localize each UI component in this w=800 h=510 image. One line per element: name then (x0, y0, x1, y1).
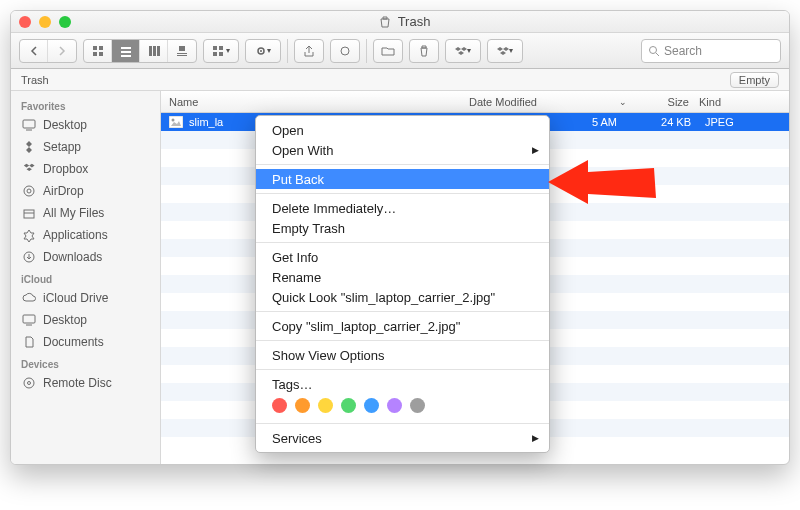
chevron-down-icon: ⌄ (619, 97, 627, 107)
menu-get-info[interactable]: Get Info (256, 247, 549, 267)
svg-rect-29 (23, 315, 35, 323)
disc-icon (21, 375, 37, 391)
context-menu: Open Open With Put Back Delete Immediate… (255, 115, 550, 453)
icon-view-button[interactable] (84, 40, 112, 62)
svg-rect-12 (177, 55, 187, 56)
col-date[interactable]: Date Modified⌄ (469, 96, 637, 108)
delete-button[interactable] (410, 40, 438, 62)
sidebar-group-head: iCloud (11, 268, 160, 287)
sidebar-item-label: Downloads (43, 250, 102, 264)
zoom-icon[interactable] (59, 16, 71, 28)
tag-color[interactable] (410, 398, 425, 413)
tag-color[interactable] (341, 398, 356, 413)
menu-empty-trash[interactable]: Empty Trash (256, 218, 549, 238)
sidebar-item[interactable]: Desktop (11, 114, 160, 136)
sidebar-item[interactable]: AirDrop (11, 180, 160, 202)
sidebar-item-label: All My Files (43, 206, 104, 220)
sidebar-item[interactable]: Downloads (11, 246, 160, 268)
svg-rect-2 (93, 52, 97, 56)
new-folder-button[interactable] (374, 40, 402, 62)
traffic-lights[interactable] (19, 16, 71, 28)
tag-color[interactable] (387, 398, 402, 413)
dropbox-button[interactable]: ▾ (446, 40, 480, 62)
dropbox-share-button[interactable]: ▾ (488, 40, 522, 62)
monitor-icon (21, 117, 37, 133)
sidebar-item-label: Dropbox (43, 162, 88, 176)
sidebar-item[interactable]: Dropbox (11, 158, 160, 180)
tag-color[interactable] (272, 398, 287, 413)
close-icon[interactable] (19, 16, 31, 28)
tag-colors-row (256, 394, 549, 419)
col-name[interactable]: Name (169, 96, 469, 108)
col-kind[interactable]: Kind (699, 96, 749, 108)
gear-icon (255, 45, 267, 57)
path-bar: Trash Empty (11, 69, 789, 91)
svg-point-20 (650, 46, 657, 53)
svg-rect-14 (213, 52, 217, 56)
setapp-icon (21, 139, 37, 155)
menu-put-back[interactable]: Put Back (256, 169, 549, 189)
arrange-button[interactable]: ▾ (204, 40, 238, 62)
titlebar: Trash (11, 11, 789, 33)
tag-button[interactable] (331, 40, 359, 62)
tag-color[interactable] (318, 398, 333, 413)
column-view-button[interactable] (140, 40, 168, 62)
menu-services[interactable]: Services (256, 428, 549, 448)
svg-rect-8 (153, 46, 156, 56)
sidebar-group-head: Devices (11, 353, 160, 372)
empty-button[interactable]: Empty (730, 72, 779, 88)
svg-rect-3 (99, 52, 103, 56)
menu-tags[interactable]: Tags… (256, 374, 549, 394)
menu-open[interactable]: Open (256, 120, 549, 140)
menu-show-view-options[interactable]: Show View Options (256, 345, 549, 365)
svg-rect-15 (219, 46, 223, 50)
svg-rect-7 (149, 46, 152, 56)
svg-rect-26 (24, 210, 34, 218)
sidebar-item[interactable]: Documents (11, 331, 160, 353)
svg-rect-10 (179, 46, 185, 51)
svg-rect-6 (121, 55, 131, 57)
tag-color[interactable] (295, 398, 310, 413)
dropbox-icon (21, 161, 37, 177)
svg-point-18 (260, 50, 262, 52)
sidebar-item-label: Remote Disc (43, 376, 112, 390)
list-view-button[interactable] (112, 40, 140, 62)
sidebar-item[interactable]: Applications (11, 224, 160, 246)
svg-rect-16 (219, 52, 223, 56)
menu-rename[interactable]: Rename (256, 267, 549, 287)
col-size[interactable]: Size (637, 96, 699, 108)
nav-buttons[interactable] (19, 39, 77, 63)
downloads-icon (21, 249, 37, 265)
sidebar-item-label: AirDrop (43, 184, 84, 198)
svg-line-21 (656, 53, 659, 56)
action-button[interactable]: ▾ (246, 40, 280, 62)
back-button[interactable] (20, 40, 48, 62)
view-buttons[interactable] (83, 39, 197, 63)
minimize-icon[interactable] (39, 16, 51, 28)
sidebar-item-label: Documents (43, 335, 104, 349)
tag-color[interactable] (364, 398, 379, 413)
sidebar-item-label: Setapp (43, 140, 81, 154)
sidebar-item[interactable]: All My Files (11, 202, 160, 224)
svg-rect-11 (177, 53, 187, 54)
menu-open-with[interactable]: Open With (256, 140, 549, 160)
sidebar-item[interactable]: Setapp (11, 136, 160, 158)
menu-quick-look[interactable]: Quick Look "slim_laptop_carrier_2.jpg" (256, 287, 549, 307)
sidebar-item[interactable]: Remote Disc (11, 372, 160, 394)
search-input[interactable]: Search (641, 39, 781, 63)
search-icon (648, 45, 660, 57)
svg-rect-5 (121, 51, 131, 53)
menu-copy[interactable]: Copy "slim_laptop_carrier_2.jpg" (256, 316, 549, 336)
coverflow-view-button[interactable] (168, 40, 196, 62)
sidebar-item[interactable]: Desktop (11, 309, 160, 331)
menu-delete-immediately[interactable]: Delete Immediately… (256, 198, 549, 218)
svg-rect-33 (169, 116, 183, 128)
image-file-icon (169, 116, 183, 128)
share-button[interactable] (295, 40, 323, 62)
column-headers[interactable]: Name Date Modified⌄ Size Kind (161, 91, 789, 113)
svg-point-24 (24, 186, 34, 196)
forward-button[interactable] (48, 40, 76, 62)
toolbar: ▾ ▾ ▾ ▾ Search (11, 33, 789, 69)
svg-rect-4 (121, 47, 131, 49)
sidebar-item[interactable]: iCloud Drive (11, 287, 160, 309)
